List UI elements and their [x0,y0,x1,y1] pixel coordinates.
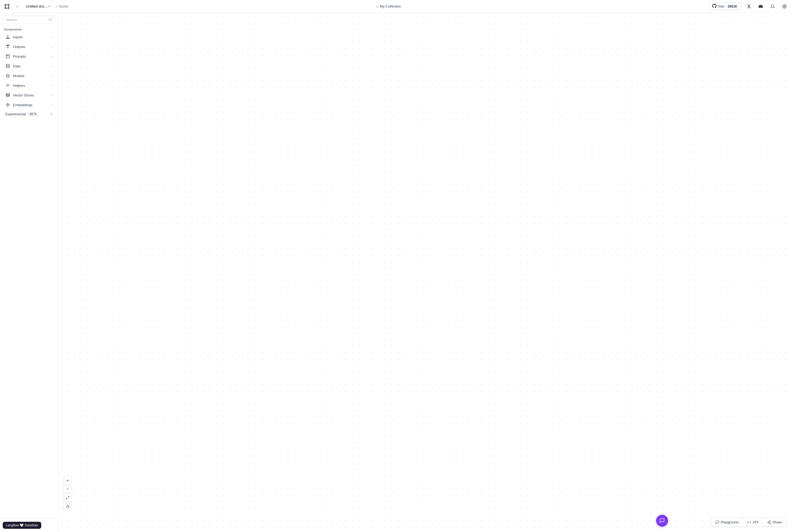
sidebar-item-prompts[interactable]: Prompts › [2,52,56,61]
sidebar-item-models[interactable]: Models › [2,71,56,80]
svg-line-31 [66,498,68,499]
share-button[interactable]: Share [763,518,786,526]
app-logo [3,3,11,10]
svg-point-2 [5,7,6,8]
back-button[interactable]: ‹ [13,2,22,11]
star-label: Star [718,4,724,8]
search-input[interactable] [6,18,47,22]
svg-point-25 [7,106,8,107]
embeddings-label: Embeddings [13,103,32,107]
discord-button[interactable] [756,2,765,11]
canvas: + − [58,13,792,532]
zoom-out-button[interactable]: − [63,485,72,493]
svg-line-30 [68,496,69,497]
svg-point-33 [770,521,771,522]
svg-point-3 [8,7,9,8]
inputs-label: Inputs [13,35,22,39]
sidebar-item-helpers[interactable]: Helpers › [2,81,56,90]
svg-point-34 [768,522,769,523]
home-icon: ⌂ [376,4,378,8]
vector-stores-label: Vector Stores [13,93,34,97]
sidebar-item-outputs[interactable]: Outputs › [2,42,56,51]
models-label: Models [13,74,24,78]
svg-marker-17 [6,74,10,77]
expand-icon: ⇅ [50,112,53,116]
svg-rect-13 [6,55,10,58]
saved-status: ✓ Saved [55,5,68,8]
svg-point-22 [6,104,7,106]
outputs-label: Outputs [13,45,25,49]
playground-button[interactable]: Playground [711,518,743,526]
svg-point-9 [49,18,52,20]
sidebar-footer: Langflow 🤍 DataStax [0,518,58,532]
svg-point-1 [8,4,9,5]
experimental-label: Experimental [5,112,26,116]
header-center: ⌂ My Collection [70,4,707,8]
svg-point-24 [7,103,8,104]
collection-label: My Collection [380,4,401,8]
fit-view-button[interactable] [63,494,72,502]
saved-label: Saved [59,5,68,8]
vector-stores-icon [5,93,10,98]
bottom-actions: Playground API Share [711,518,787,527]
models-icon [5,73,10,78]
search-box[interactable] [3,16,55,24]
experimental-section[interactable]: Experimental BETA ⇅ [2,110,56,118]
svg-point-16 [6,64,10,65]
share-label: Share [773,520,782,524]
chevron-down-icon: ▾ [49,5,50,8]
langflow-label: Langflow 🤍 DataStax [6,524,38,527]
header: ‹ Untitled doc... ▾ ✓ Saved ⌂ My Collect… [0,0,792,13]
search-icon [49,18,52,22]
main-layout: Components Inputs › [0,13,792,532]
helpers-icon [5,83,10,88]
sidebar-item-embeddings[interactable]: Embeddings › [2,100,56,109]
chevron-right-icon: › [52,45,53,48]
settings-button[interactable] [780,2,789,11]
langflow-badge[interactable]: Langflow 🤍 DataStax [3,522,41,529]
components-label: Components [0,26,58,32]
prompts-icon [5,54,10,59]
embeddings-icon [5,102,10,107]
github-star-button[interactable]: Star 26619 [709,2,741,10]
playground-label: Playground [721,520,739,524]
api-button[interactable]: API [743,518,763,526]
svg-line-36 [769,522,770,523]
chevron-right-icon: › [52,103,53,107]
chevron-right-icon: › [52,64,53,68]
svg-line-10 [51,20,52,21]
data-label: Data [13,64,20,68]
svg-rect-32 [66,506,69,508]
svg-point-21 [6,93,10,94]
svg-point-23 [8,104,10,106]
doc-title: Untitled doc... [26,4,48,8]
chevron-right-icon: › [52,84,53,87]
header-right: Star 26619 [709,2,789,11]
data-icon [5,63,10,69]
inputs-icon [5,35,10,39]
sidebar-item-data[interactable]: Data › [2,61,56,71]
chevron-right-icon: › [52,74,53,77]
star-count: 26619 [726,4,738,8]
api-label: API [753,520,758,524]
twitter-button[interactable] [744,2,753,11]
helpers-label: Helpers [13,83,25,88]
beta-badge: BETA [28,112,38,116]
notifications-button[interactable] [768,2,777,11]
svg-line-37 [769,521,770,522]
outputs-icon [5,44,10,49]
doc-selector[interactable]: Untitled doc... ▾ [24,3,52,10]
zoom-in-button[interactable]: + [63,476,72,484]
sidebar-item-inputs[interactable]: Inputs › [2,32,56,41]
chevron-right-icon: › [52,35,53,39]
chat-bubble-button[interactable] [656,515,668,527]
sidebar: Components Inputs › [0,13,58,532]
svg-point-35 [770,523,771,524]
sidebar-item-vector-stores[interactable]: Vector Stores › [2,91,56,100]
chevron-right-icon: › [52,94,53,97]
prompts-label: Prompts [13,54,26,58]
lock-button[interactable] [63,502,72,510]
zoom-controls: + − [63,476,72,510]
github-icon [712,4,717,9]
check-icon: ✓ [55,5,58,8]
